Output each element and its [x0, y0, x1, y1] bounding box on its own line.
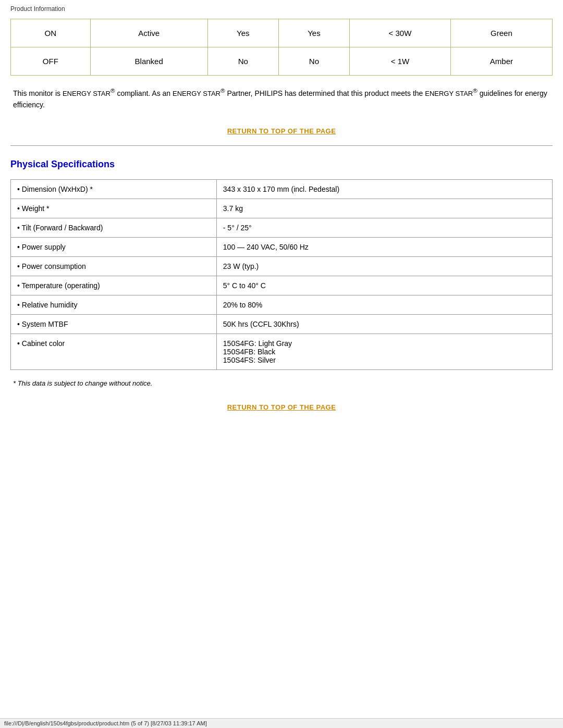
breadcrumb: Product Information — [10, 5, 553, 13]
power-table-cell: No — [278, 47, 349, 76]
spec-value: 343 x 310 x 170 mm (incl. Pedestal) — [216, 179, 552, 199]
specs-table-row: • Tilt (Forward / Backward)- 5° / 25° — [11, 218, 553, 237]
return-to-top-link-1[interactable]: RETURN TO TOP OF THE PAGE — [227, 127, 336, 135]
return-link-top-1: RETURN TO TOP OF THE PAGE — [10, 127, 553, 135]
spec-value: - 5° / 25° — [216, 218, 552, 237]
power-table-cell: Yes — [278, 19, 349, 47]
physical-specs-title: Physical Specifications — [10, 159, 553, 170]
specs-table-row: • Weight *3.7 kg — [11, 199, 553, 218]
spec-value: 5° C to 40° C — [216, 276, 552, 295]
power-table-cell: ON — [11, 19, 91, 47]
spec-label: • Power consumption — [11, 256, 217, 276]
status-bar: file:///D|/B/english/150s4fgbs/product/p… — [0, 718, 563, 728]
spec-label: • Weight * — [11, 199, 217, 218]
power-table-cell: Green — [450, 19, 552, 47]
specs-table-row: • Cabinet color150S4FG: Light Gray150S4F… — [11, 334, 553, 369]
physical-specs-section: Physical Specifications • Dimension (WxH… — [10, 159, 553, 387]
power-table-cell: No — [207, 47, 278, 76]
spec-label: • System MTBF — [11, 314, 217, 334]
return-link-top-2: RETURN TO TOP OF THE PAGE — [10, 403, 553, 411]
power-table-cell: Yes — [207, 19, 278, 47]
power-table-cell: OFF — [11, 47, 91, 76]
return-to-top-link-2[interactable]: RETURN TO TOP OF THE PAGE — [227, 403, 336, 411]
spec-label: • Relative humidity — [11, 295, 217, 314]
specs-table-row: • Temperature (operating)5° C to 40° C — [11, 276, 553, 295]
specs-table-row: • System MTBF50K hrs (CCFL 30Khrs) — [11, 314, 553, 334]
spec-value: 100 — 240 VAC, 50/60 Hz — [216, 237, 552, 256]
spec-value: 50K hrs (CCFL 30Khrs) — [216, 314, 552, 334]
energy-star-text: This monitor is Energy Star® compliant. … — [10, 86, 553, 111]
spec-label: • Dimension (WxHxD) * — [11, 179, 217, 199]
power-table-cell: Active — [90, 19, 207, 47]
power-table-cell: < 30W — [349, 19, 450, 47]
power-table-row: ONActiveYesYes< 30WGreen — [11, 19, 553, 47]
spec-value: 150S4FG: Light Gray150S4FB: Black150S4FS… — [216, 334, 552, 369]
spec-label: • Tilt (Forward / Backward) — [11, 218, 217, 237]
section-divider — [10, 145, 553, 146]
spec-value: 3.7 kg — [216, 199, 552, 218]
spec-label: • Power supply — [11, 237, 217, 256]
specs-footnote: * This data is subject to change without… — [10, 379, 553, 387]
energy-star-text-content: This monitor is Energy Star® compliant. … — [13, 89, 547, 109]
spec-value: 23 W (typ.) — [216, 256, 552, 276]
power-table-row: OFFBlankedNoNo< 1WAmber — [11, 47, 553, 76]
power-state-table: ONActiveYesYes< 30WGreenOFFBlankedNoNo< … — [10, 19, 553, 76]
specs-table-row: • Power supply100 — 240 VAC, 50/60 Hz — [11, 237, 553, 256]
specs-table: • Dimension (WxHxD) *343 x 310 x 170 mm … — [10, 179, 553, 370]
power-table-cell: < 1W — [349, 47, 450, 76]
spec-label: • Temperature (operating) — [11, 276, 217, 295]
specs-table-row: • Relative humidity20% to 80% — [11, 295, 553, 314]
spec-value: 20% to 80% — [216, 295, 552, 314]
power-table-cell: Amber — [450, 47, 552, 76]
spec-label: • Cabinet color — [11, 334, 217, 369]
specs-table-row: • Dimension (WxHxD) *343 x 310 x 170 mm … — [11, 179, 553, 199]
power-table-cell: Blanked — [90, 47, 207, 76]
specs-table-row: • Power consumption23 W (typ.) — [11, 256, 553, 276]
